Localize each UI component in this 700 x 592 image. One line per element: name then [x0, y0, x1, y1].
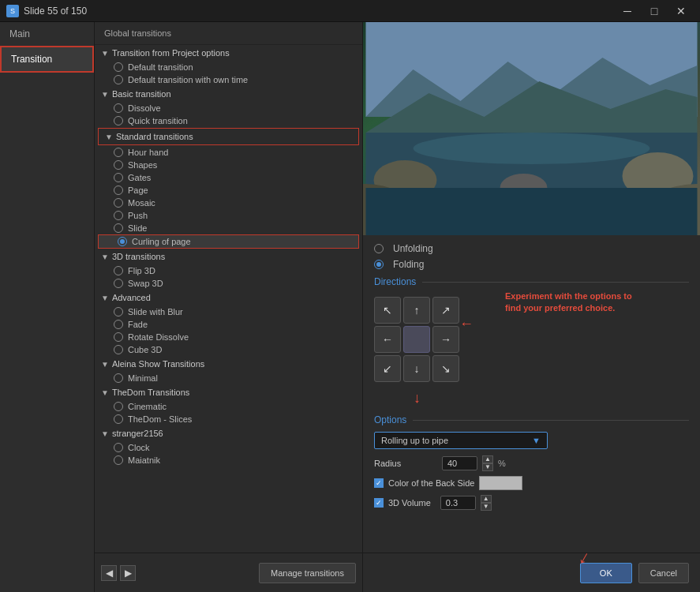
option-curling[interactable]: Curling of page	[98, 234, 359, 249]
option-hour-hand[interactable]: Hour hand	[95, 146, 362, 159]
option-shapes[interactable]: Shapes	[95, 159, 362, 171]
direction-arrow-icon: ←	[459, 316, 474, 332]
arrow-icon: ▼	[101, 49, 109, 58]
option-cube3d[interactable]: Cube 3D	[95, 343, 362, 356]
arrow-icon: ▼	[101, 253, 109, 261]
radius-down-button[interactable]: ▼	[482, 463, 493, 471]
radio-circle	[114, 160, 123, 170]
titlebar: S Slide 55 of 150 ─ □ ✕	[0, 0, 700, 22]
group-from-project[interactable]: ▼ Transition from Project options	[95, 45, 362, 61]
dir-btn-center[interactable]	[403, 326, 430, 353]
group-thedom[interactable]: ▼ TheDom Transitions	[95, 384, 362, 400]
group-basic[interactable]: ▼ Basic transition	[95, 86, 362, 102]
option-slide-blur[interactable]: Slide with Blur	[95, 305, 362, 318]
directions-section-header: Directions	[374, 276, 689, 287]
arrow-icon: ▼	[101, 294, 109, 302]
dir-btn-downleft[interactable]: ↙	[374, 355, 401, 382]
option-fade[interactable]: Fade	[95, 318, 362, 331]
option-swap3d[interactable]: Swap 3D	[95, 277, 362, 290]
unfolding-label: Unfolding	[393, 243, 433, 254]
group-stranger[interactable]: ▼ stranger2156	[95, 425, 362, 441]
color-swatch[interactable]	[479, 476, 522, 490]
nav-arrows: ◀ ▶	[101, 565, 136, 581]
experiment-note: Experiment with the options to find your…	[505, 290, 647, 315]
radio-circle	[114, 455, 123, 465]
option-rotate-dissolve[interactable]: Rotate Dissolve	[95, 331, 362, 343]
option-minimal[interactable]: Minimal	[95, 372, 362, 384]
transition-list[interactable]: ▼ Transition from Project options Defaul…	[95, 45, 362, 553]
option-slide[interactable]: Slide	[95, 222, 362, 234]
arrow-icon: ▼	[101, 388, 109, 397]
directions-grid: ↖ ↑ ↗ ← → ↙ ↓ ↘	[374, 297, 459, 382]
option-page[interactable]: Page	[95, 184, 362, 197]
option-type-select[interactable]: Rolling up to pipe ▼	[374, 432, 548, 449]
dir-btn-down[interactable]: ↓	[403, 355, 430, 382]
dir-btn-up[interactable]: ↑	[403, 297, 430, 324]
sidebar-item-transition[interactable]: Transition	[0, 46, 94, 73]
option-type-row: Rolling up to pipe ▼	[374, 432, 689, 449]
radius-up-button[interactable]: ▲	[482, 455, 493, 463]
minimize-button[interactable]: ─	[615, 0, 640, 22]
group-3d[interactable]: ▼ 3D transitions	[95, 249, 362, 264]
option-dissolve[interactable]: Dissolve	[95, 102, 362, 114]
options-area: Unfolding Folding Directions ↖ ↑ ↗ ←	[363, 235, 700, 553]
radio-circle	[114, 103, 123, 113]
volume-down-button[interactable]: ▼	[481, 503, 492, 511]
group-standard[interactable]: ▼ Standard transitions	[98, 128, 359, 145]
volume-label: 3D Volume	[388, 498, 431, 508]
option-quick[interactable]: Quick transition	[95, 114, 362, 127]
radio-circle	[114, 402, 123, 411]
option-cinematic[interactable]: Cinematic	[95, 400, 362, 413]
option-thedom-slices[interactable]: TheDom - Slices	[95, 413, 362, 425]
dir-btn-upright[interactable]: ↗	[432, 297, 459, 324]
option-flip3d[interactable]: Flip 3D	[95, 264, 362, 277]
color-checkbox[interactable]: ✓	[374, 478, 384, 488]
radio-circle	[114, 223, 123, 233]
volume-input[interactable]	[440, 496, 476, 510]
dir-btn-upleft[interactable]: ↖	[374, 297, 401, 324]
cancel-button[interactable]: Cancel	[638, 563, 689, 583]
dir-btn-right[interactable]: →	[432, 326, 459, 353]
window-controls: ─ □ ✕	[615, 0, 694, 22]
nav-left-button[interactable]: ◀	[101, 565, 117, 581]
group-advanced[interactable]: ▼ Advanced	[95, 290, 362, 305]
radio-circle	[114, 198, 123, 208]
manage-transitions-button[interactable]: Manage transitions	[259, 563, 356, 583]
svg-rect-10	[366, 188, 698, 235]
arrow-icon: ▼	[105, 133, 113, 141]
radio-circle	[114, 266, 123, 275]
dir-btn-left[interactable]: ←	[374, 326, 401, 353]
option-mosaic[interactable]: Mosaic	[95, 197, 362, 209]
sidebar-item-main[interactable]: Main	[0, 22, 94, 46]
panel-header: Global transitions	[95, 22, 362, 45]
color-label: Color of the Back Side	[388, 478, 474, 488]
unfolding-radio[interactable]	[374, 244, 384, 253]
option-default[interactable]: Default transition	[95, 61, 362, 73]
radius-input[interactable]	[442, 456, 477, 470]
maximize-button[interactable]: □	[642, 0, 667, 22]
volume-stepper: ▲ ▼	[481, 495, 492, 511]
option-clock[interactable]: Clock	[95, 441, 362, 454]
folding-radio[interactable]	[374, 260, 384, 269]
radio-circle	[114, 211, 123, 220]
option-gates[interactable]: Gates	[95, 171, 362, 184]
volume-up-button[interactable]: ▲	[481, 495, 492, 503]
ok-button[interactable]: OK	[580, 563, 632, 583]
down-arrow-icon: ↓	[414, 390, 689, 407]
options-section-header: Options	[374, 414, 689, 425]
nav-right-button[interactable]: ▶	[120, 565, 136, 581]
volume-checkbox[interactable]: ✓	[374, 498, 384, 508]
arrow-icon: ▼	[101, 360, 109, 369]
option-default-own-time[interactable]: Default transition with own time	[95, 73, 362, 86]
option-maiatnik[interactable]: Maiatnik	[95, 454, 362, 466]
radio-circle	[114, 116, 123, 126]
radio-circle	[114, 185, 123, 195]
sidebar: Main Transition	[0, 22, 95, 592]
option-push[interactable]: Push	[95, 209, 362, 222]
radio-circle	[114, 443, 123, 452]
group-aleina[interactable]: ▼ Aleina Show Transitions	[95, 356, 362, 372]
arrow-icon: ▼	[101, 429, 109, 438]
radio-circle	[114, 62, 123, 72]
close-button[interactable]: ✕	[668, 0, 694, 22]
dir-btn-downright[interactable]: ↘	[432, 355, 459, 382]
